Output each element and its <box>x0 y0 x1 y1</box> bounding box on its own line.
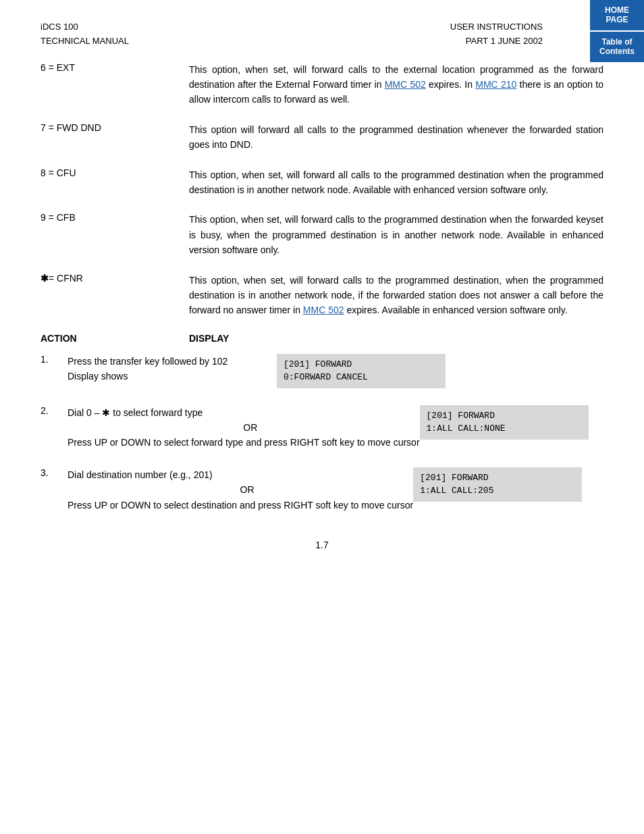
step-3-display: [201] FORWARD 1:ALL CALL:205 <box>413 467 603 502</box>
action-display-header: ACTION DISPLAY <box>41 333 603 344</box>
def-desc-ext: This option, when set, will forward call… <box>189 62 603 107</box>
page-number: 1.7 <box>41 540 603 550</box>
def-term-cfu: 8 = CFU <box>41 167 189 178</box>
display-box-3: [201] FORWARD 1:ALL CALL:205 <box>413 467 582 502</box>
step-2-row: 2. Dial 0 – ✱ to select forward type OR … <box>41 405 603 450</box>
step-3-action: 3. Dial destination number (e.g., 201) O… <box>41 467 413 513</box>
def-term-fwddnd: 7 = FWD DND <box>41 122 189 133</box>
def-desc-cfnr: This option, when set, will forward call… <box>189 273 603 318</box>
header-subtitle: TECHNICAL MANUAL <box>41 34 129 49</box>
def-item-cfnr: ✱= CFNR This option, when set, will forw… <box>41 273 603 318</box>
link-mmc502-ext[interactable]: MMC 502 <box>385 79 426 90</box>
header-right: USER INSTRUCTIONS PART 1 JUNE 2002 <box>450 20 543 49</box>
step-2-action: 2. Dial 0 – ✱ to select forward type OR … <box>41 405 420 450</box>
step-3-row: 3. Dial destination number (e.g., 201) O… <box>41 467 603 513</box>
step-1-action: 1. Press the transfer key followed by 10… <box>41 354 277 384</box>
def-item-cfu: 8 = CFU This option, when set, will forw… <box>41 167 603 198</box>
def-desc-fwddnd: This option will forward all calls to th… <box>189 122 603 153</box>
display-header-label: DISPLAY <box>189 333 603 344</box>
link-mmc502-cfnr[interactable]: MMC 502 <box>303 305 344 315</box>
def-desc-cfu: This option, when set, will forward all … <box>189 167 603 198</box>
header-date: PART 1 JUNE 2002 <box>450 34 543 49</box>
def-term-cfb: 9 = CFB <box>41 212 189 223</box>
display-box-1: [201] FORWARD 0:FORWARD CANCEL <box>277 354 446 388</box>
step-1-text: Press the transfer key followed by 102 D… <box>68 354 257 384</box>
header-doc-type: USER INSTRUCTIONS <box>450 20 543 34</box>
display-box-2: [201] FORWARD 1:ALL CALL:NONE <box>420 405 589 440</box>
step-2-display: [201] FORWARD 1:ALL CALL:NONE <box>420 405 603 440</box>
def-item-ext: 6 = EXT This option, when set, will forw… <box>41 62 603 107</box>
def-item-cfb: 9 = CFB This option, when set, will forw… <box>41 212 603 257</box>
action-header-label: ACTION <box>41 333 189 344</box>
def-term-ext: 6 = EXT <box>41 62 189 73</box>
page-header: iDCS 100 TECHNICAL MANUAL USER INSTRUCTI… <box>41 14 603 49</box>
def-item-fwddnd: 7 = FWD DND This option will forward all… <box>41 122 603 153</box>
step-3-text: Dial destination number (e.g., 201) OR P… <box>68 467 413 513</box>
step-1-display: [201] FORWARD 0:FORWARD CANCEL <box>277 354 603 388</box>
step-2-number: 2. <box>41 405 68 450</box>
def-desc-cfb: This option, when set, will forward call… <box>189 212 603 257</box>
def-term-cfnr: ✱= CFNR <box>41 273 189 284</box>
step-1-row: 1. Press the transfer key followed by 10… <box>41 354 603 388</box>
step-2-text: Dial 0 – ✱ to select forward type OR Pre… <box>68 405 420 450</box>
step-1-number: 1. <box>41 354 68 384</box>
link-mmc210-ext[interactable]: MMC 210 <box>475 79 516 90</box>
header-title: iDCS 100 <box>41 20 129 34</box>
header-left: iDCS 100 TECHNICAL MANUAL <box>41 20 129 49</box>
step-3-number: 3. <box>41 467 68 513</box>
main-content: 6 = EXT This option, when set, will forw… <box>41 62 603 513</box>
